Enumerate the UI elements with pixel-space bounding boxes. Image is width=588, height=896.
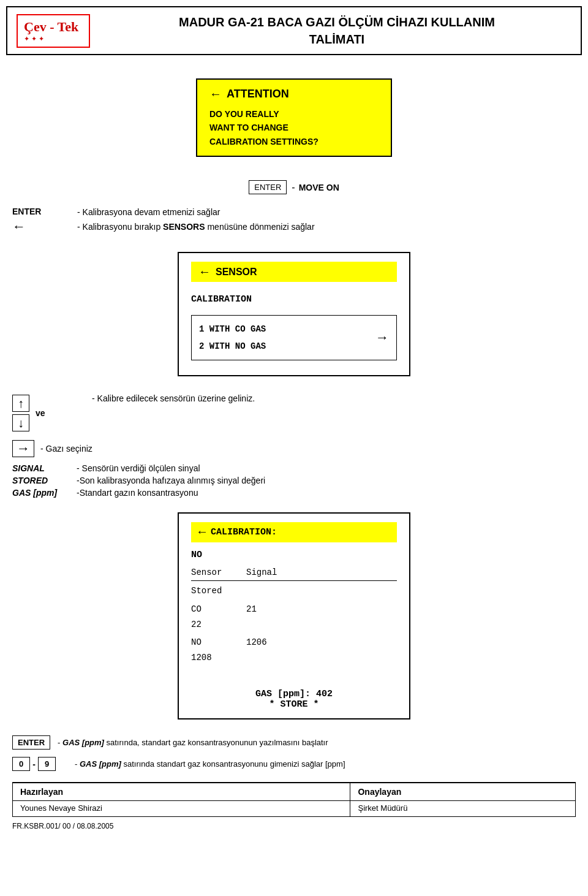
enter-section: ENTER ← - Kalibrasyona devam etmenizi sa… — [12, 205, 576, 235]
right-arrow-box-icon: → — [12, 440, 34, 457]
zero-nine-dash: - — [32, 759, 36, 769]
gas-desc: -Standart gazın konsantrasyonu — [77, 488, 198, 498]
signal-label: SIGNAL — [12, 463, 70, 473]
cal-row-1: 1 WITH CO GAS — [199, 321, 266, 338]
enter-arrow-left-icon: ← — [12, 219, 26, 235]
gaz-sec-desc: - Gazı seçiniz — [40, 444, 92, 454]
cal-table: Sensor Signal Stored CO 21 22 NO 1206 12… — [191, 565, 397, 666]
doc-ref: FR.KSBR.001/ 00 / 08.08.2005 — [12, 819, 576, 833]
zero-box: 0 — [12, 757, 30, 771]
enter-move-section: ENTER - MOVE ON — [12, 180, 576, 194]
bottom-zero-nine-desc: - GAS [ppm] satırında standart gaz konsa… — [75, 759, 345, 769]
stored-label: STORED — [12, 476, 70, 485]
nav-desc: - Kalibre edilecek sensörün üzerine geli… — [92, 393, 255, 406]
page-header: Çev - Tek ✦ ✦ ✦ MADUR GA-21 BACA GAZI ÖL… — [6, 6, 582, 55]
logo-text: Çev - Tek — [24, 19, 83, 35]
sensor-arrow-left-icon: ← — [198, 265, 211, 279]
calibration-label: CALIBRATION — [191, 290, 397, 309]
enter-desc: - Kalibrasyona devam etmenizi sağlar - K… — [77, 205, 315, 235]
cal-display-box: ← CALIBRATION: NO Sensor Signal Stored C… — [178, 512, 410, 719]
page-title: MADUR GA-21 BACA GAZI ÖLÇÜM CİHAZI KULLA… — [102, 13, 571, 48]
footer-table: Hazırlayan Onaylayan Younes Nevaye Shira… — [12, 782, 576, 817]
stored-row: STORED -Son kalibrasyonda hafızaya alınm… — [12, 476, 576, 485]
cal-display-arrow-icon: ← — [198, 525, 206, 539]
bottom-enter-desc-text: satırında, standart gaz konsantrasyonunu… — [107, 738, 328, 747]
cal-no-row: NO 1206 — [191, 635, 397, 650]
gas-label: GAS [ppm] — [12, 488, 70, 498]
footer-names-row: Younes Nevaye Shirazi Şirket Müdürü — [13, 801, 576, 817]
cal-table-header: Sensor Signal — [191, 565, 397, 581]
cal-store: * STORE * — [191, 699, 397, 710]
prepared-name: Younes Nevaye Shirazi — [13, 801, 350, 817]
enter-box: ENTER — [249, 180, 287, 194]
dash-label: - — [292, 182, 295, 193]
signal-section: SIGNAL - Sensörün verdiği ölçülen sinyal… — [12, 463, 576, 498]
arrow-right-icon: → — [375, 330, 389, 346]
bottom-zero-nine-row: 0 - 9 - GAS [ppm] satırında standart gaz… — [12, 757, 576, 771]
signal-desc: - Sensörün verdiği ölçülen sinyal — [77, 463, 200, 473]
sensor-cal-header: ← SENSOR — [191, 262, 397, 282]
cal-display-header: ← CALIBRATION: — [191, 522, 397, 542]
logo: Çev - Tek ✦ ✦ ✦ — [17, 14, 90, 48]
gas-row: GAS [ppm] -Standart gazın konsantrasyonu — [12, 488, 576, 498]
up-arrow-icon: ↑ — [12, 395, 29, 412]
ve-label: ve — [33, 408, 48, 418]
cal-rows: 1 WITH CO GAS 2 WITH NO GAS — [199, 321, 266, 355]
cal-table-stored-row: Stored — [191, 583, 397, 599]
bottom-enter-desc: - GAS [ppm] satırında, standart gaz kons… — [58, 738, 328, 747]
move-on-label: MOVE ON — [299, 183, 339, 192]
signal-row: SIGNAL - Sensörün verdiği ölçülen sinyal — [12, 463, 576, 473]
zero-nine-desc-text: satırında standart gaz konsantrasyonunu … — [123, 759, 345, 769]
enter-label: ENTER — [12, 207, 49, 216]
down-arrow-icon: ↓ — [12, 414, 29, 431]
attention-body: DO YOU REALLY WANT TO CHANGE CALIBRATION… — [209, 107, 379, 148]
attention-box: ← ATTENTION DO YOU REALLY WANT TO CHANGE… — [196, 78, 392, 157]
cal-inner-box: 1 WITH CO GAS 2 WITH NO GAS → — [191, 315, 397, 360]
cal-row-2: 2 WITH NO GAS — [199, 338, 266, 355]
no-stored-val: 1208 — [191, 650, 397, 666]
nine-box: 9 — [38, 757, 56, 771]
arrow-left-icon: ← — [209, 87, 222, 101]
nav-section: ↑ ↓ ve - Kalibre edilecek sensörün üzeri… — [12, 393, 576, 431]
arrow-gaz-row: → - Gazı seçiniz — [12, 440, 576, 457]
sensor-calibration-box: ← SENSOR CALIBRATION 1 WITH CO GAS 2 WIT… — [178, 252, 410, 376]
main-content: ← ATTENTION DO YOU REALLY WANT TO CHANGE… — [12, 66, 576, 833]
cal-co-row: CO 21 — [191, 602, 397, 617]
approved-header: Onaylayan — [350, 783, 576, 801]
attention-header: ← ATTENTION — [209, 87, 379, 101]
stored-desc: -Son kalibrasyonda hafızaya alınmış siny… — [77, 476, 265, 485]
cal-gas-ppm: GAS [ppm]: 402 — [191, 689, 397, 699]
co-stored-val: 22 — [191, 617, 397, 632]
logo-sub: ✦ ✦ ✦ — [24, 35, 83, 43]
cal-display-no: NO — [191, 550, 397, 560]
bottom-enter-row: ENTER - GAS [ppm] satırında, standart ga… — [12, 735, 576, 750]
footer-header-row: Hazırlayan Onaylayan — [13, 783, 576, 801]
approved-name: Şirket Müdürü — [350, 801, 576, 817]
bottom-enter-label: ENTER — [12, 735, 50, 750]
prepared-header: Hazırlayan — [13, 783, 350, 801]
